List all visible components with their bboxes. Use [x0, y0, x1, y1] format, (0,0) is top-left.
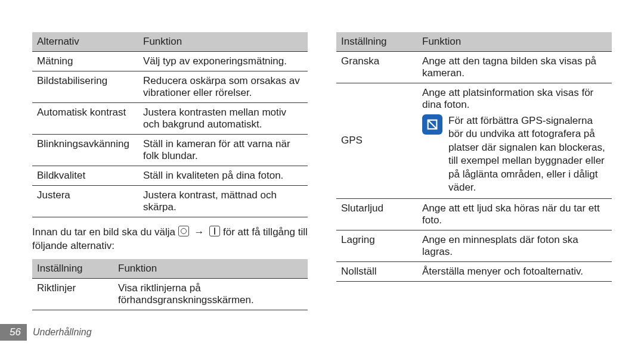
- table-row: Automatisk kontrastJustera kontrasten me…: [32, 103, 308, 135]
- right-column: Inställning Funktion Granska Ange att de…: [336, 32, 612, 316]
- th-funktion: Funktion: [138, 32, 308, 52]
- table-row: Nollställ Återställa menyer och fotoalte…: [336, 261, 612, 281]
- page-footer: 56 Underhållning: [0, 324, 92, 341]
- settings-gear-icon: [178, 226, 189, 236]
- table-row: BlinkningsavkänningStäll in kameran för …: [32, 135, 308, 166]
- table-row: MätningVälj typ av exponeringsmätning.: [32, 52, 308, 71]
- table-row: BildkvalitetStäll in kvaliteten på dina …: [32, 166, 308, 186]
- page-body: Alternativ Funktion MätningVälj typ av e…: [0, 0, 644, 316]
- gps-lead-text: Ange att platsinformation ska visas för …: [422, 87, 606, 111]
- settings-table-right: Inställning Funktion Granska Ange att de…: [336, 32, 612, 282]
- table-row: BildstabiliseringReducera oskärpa som or…: [32, 71, 308, 103]
- th-installning-r: Inställning: [336, 32, 417, 52]
- table-row-gps: GPS Ange att platsinformation ska visas …: [336, 83, 612, 199]
- section-label: Underhållning: [33, 327, 92, 338]
- gps-note-text: För att förbättra GPS-signalerna bör du …: [448, 114, 606, 195]
- table-row: RiktlinjerVisa riktlinjerna på förhandsg…: [32, 278, 308, 310]
- intro-text-before: Innan du tar en bild ska du välja: [32, 226, 178, 238]
- tool-icon: [209, 226, 220, 236]
- th-funktion-r: Funktion: [417, 32, 612, 52]
- th-installning: Inställning: [32, 259, 113, 279]
- table-row: Slutarljud Ange att ett ljud ska höras n…: [336, 198, 612, 230]
- info-note-icon: [422, 114, 442, 135]
- note-callout: För att förbättra GPS-signalerna bör du …: [422, 114, 606, 195]
- table-row: JusteraJustera kontrast, mättnad och skä…: [32, 186, 308, 217]
- th-alternativ: Alternativ: [32, 32, 138, 52]
- settings-table-left: Inställning Funktion RiktlinjerVisa rikt…: [32, 259, 308, 310]
- arrow-icon: →: [192, 226, 207, 238]
- left-column: Alternativ Funktion MätningVälj typ av e…: [32, 32, 308, 316]
- options-table: Alternativ Funktion MätningVälj typ av e…: [32, 32, 308, 217]
- page-number: 56: [0, 324, 27, 341]
- table-row: Granska Ange att den tagna bilden ska vi…: [336, 52, 612, 83]
- table-row: Lagring Ange en minnesplats där foton sk…: [336, 230, 612, 261]
- th-funktion2: Funktion: [113, 259, 308, 279]
- intro-paragraph: Innan du tar en bild ska du välja → för …: [32, 226, 308, 253]
